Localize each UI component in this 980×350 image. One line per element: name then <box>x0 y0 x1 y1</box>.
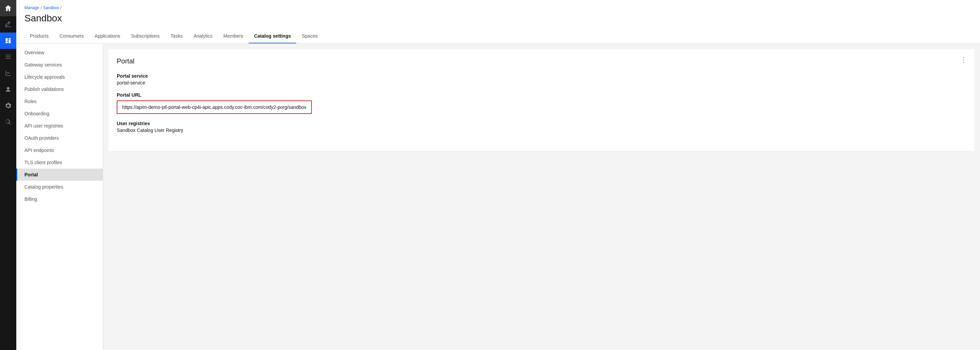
home-icon <box>5 5 11 11</box>
list-icon <box>5 54 11 60</box>
sidebar-item-overview[interactable]: Overview <box>16 46 103 59</box>
portal-overflow-button[interactable]: ⋮ <box>958 55 969 65</box>
tab-products[interactable]: Products <box>24 29 54 43</box>
breadcrumb-sep2: / <box>60 5 61 10</box>
nav-list[interactable] <box>0 49 16 65</box>
main-panel: Portal ⋮ Portal service portal-service P… <box>103 44 980 350</box>
nav-dashboard[interactable] <box>0 33 16 49</box>
content-body: Overview Gateway services Lifecycle appr… <box>16 44 980 350</box>
breadcrumb: Manage / Sandbox / <box>24 5 972 10</box>
nav-person[interactable] <box>0 81 16 98</box>
portal-registries-label: User registries <box>117 121 966 126</box>
portal-card-title: Portal <box>117 57 966 65</box>
search-icon <box>5 119 11 125</box>
sidebar-item-portal[interactable]: Portal <box>16 169 103 181</box>
breadcrumb-sandbox[interactable]: Sandbox <box>43 5 59 10</box>
portal-registries-value: Sandbox Catalog User Registry <box>117 128 966 133</box>
portal-service-label: Portal service <box>117 73 966 79</box>
nav-edit[interactable] <box>0 16 16 33</box>
sidebar-item-catalog-properties[interactable]: Catalog properties <box>16 181 103 193</box>
portal-service-value: portal-service <box>117 80 966 86</box>
nav-search[interactable] <box>0 114 16 130</box>
sidebar-item-billing[interactable]: Billing <box>16 193 103 205</box>
tab-spaces[interactable]: Spaces <box>296 29 323 43</box>
sidebar-item-publish-validations[interactable]: Publish validations <box>16 83 103 95</box>
page-title: Sandbox <box>24 13 972 24</box>
tab-consumers[interactable]: Consumers <box>54 29 89 43</box>
header: Manage / Sandbox / Sandbox Products Cons… <box>16 0 980 44</box>
portal-url-section: Portal URL https://apim-demo-ptl-portal-… <box>117 92 966 114</box>
sidebar-item-roles[interactable]: Roles <box>16 95 103 108</box>
sidebar-item-gateway-services[interactable]: Gateway services <box>16 59 103 71</box>
sidebar: Overview Gateway services Lifecycle appr… <box>16 44 103 350</box>
portal-url-label: Portal URL <box>117 92 966 98</box>
portal-card: Portal ⋮ Portal service portal-service P… <box>108 49 975 151</box>
sidebar-item-api-endpoints[interactable]: API endpoints <box>16 144 103 156</box>
analytics-icon <box>5 70 11 77</box>
sidebar-item-api-user-registries[interactable]: API user registries <box>16 120 103 132</box>
tab-nav: Products Consumers Applications Subscrip… <box>24 29 972 43</box>
tab-subscriptions[interactable]: Subscriptions <box>126 29 165 43</box>
portal-service-section: Portal service portal-service <box>117 73 966 86</box>
sidebar-item-onboarding[interactable]: Onboarding <box>16 108 103 120</box>
tab-analytics[interactable]: Analytics <box>188 29 218 43</box>
tab-members[interactable]: Members <box>218 29 248 43</box>
nav-settings[interactable] <box>0 98 16 114</box>
edit-icon <box>5 21 11 28</box>
sidebar-item-oauth-providers[interactable]: OAuth providers <box>16 132 103 144</box>
breadcrumb-manage[interactable]: Manage <box>24 5 39 10</box>
sidebar-item-tls-client-profiles[interactable]: TLS client profiles <box>16 156 103 169</box>
tab-tasks[interactable]: Tasks <box>165 29 188 43</box>
dashboard-icon <box>5 37 11 44</box>
tab-catalog-settings[interactable]: Catalog settings <box>249 29 297 43</box>
nav-home[interactable] <box>0 0 16 16</box>
portal-url-value[interactable]: https://apim-demo-ptl-portal-web-cp4i-ap… <box>117 100 312 114</box>
person-icon <box>5 86 11 93</box>
sidebar-item-lifecycle-approvals[interactable]: Lifecycle approvals <box>16 71 103 83</box>
nav-rail <box>0 0 16 350</box>
settings-icon <box>5 103 11 109</box>
breadcrumb-sep1: / <box>40 5 41 10</box>
portal-registries-section: User registries Sandbox Catalog User Reg… <box>117 121 966 133</box>
nav-analytics[interactable] <box>0 65 16 81</box>
main-area: Manage / Sandbox / Sandbox Products Cons… <box>16 0 980 350</box>
tab-applications[interactable]: Applications <box>89 29 126 43</box>
